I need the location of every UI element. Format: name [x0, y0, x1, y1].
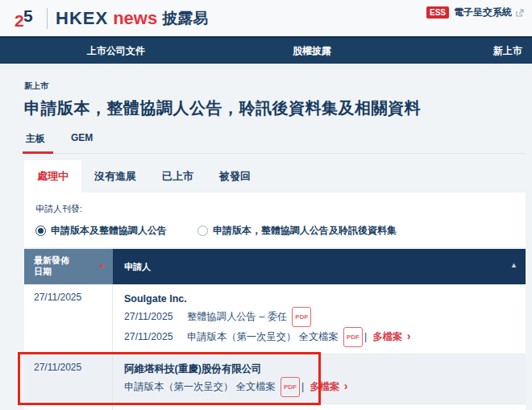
brand-news: news [113, 8, 157, 29]
chevron-right-icon: › [407, 329, 411, 342]
filter-label: 申請人刊發: [35, 203, 514, 215]
column-header-applicant[interactable]: 申請人 ▲ [113, 249, 526, 284]
document-link[interactable]: 申請版本（第一次呈交） 全文檔案 [187, 331, 339, 342]
tab-listed[interactable]: 已上市 [149, 160, 206, 193]
tab-in-progress[interactable]: 處理中 [24, 160, 81, 193]
row-date: 27/11/2025 [24, 284, 113, 354]
multi-files-link[interactable]: 多檔案 › [307, 381, 347, 392]
applications-table: 最新發佈 日期 ▼ 申請人 ▲ 27/11/2025 Soulgate Inc.… [24, 249, 526, 410]
radio-label: 申請版本及整體協調人公告 [51, 224, 167, 238]
ess-label: 電子呈交系統 [454, 6, 512, 19]
column-applicant-label: 申請人 [124, 262, 151, 271]
radio-option-ap-ocann[interactable]: 申請版本及整體協調人公告 [35, 224, 167, 238]
document-link[interactable]: 整體協調人公告 – 委任 [187, 311, 287, 322]
ess-system-link[interactable]: ESS 電子呈交系統 [426, 6, 524, 19]
document-list: 27/11/2025整體協調人公告 – 委任PDF 27/11/2025申請版本… [124, 308, 519, 348]
page-title: 申請版本，整體協調人公告，聆訊後資料集及相關資料 [24, 97, 526, 119]
row-date: 27/11/2025 [24, 404, 113, 410]
nav-listed-company-docs[interactable]: 上市公司文件 [87, 38, 145, 64]
row-applicant-cell: 阿維塔科技(重慶)股份有限公司 申請版本（第一次呈交） 全文檔案PDF| 多檔案… [113, 354, 526, 404]
document-date: 27/11/2025 [124, 329, 187, 346]
radio-label: 申請版本，整體協調人公告及聆訊後資料集 [213, 224, 397, 238]
radio-group: 申請版本及整體協調人公告 申請版本，整體協調人公告及聆訊後資料集 [35, 224, 514, 238]
anniversary-digit: 5 [23, 6, 33, 26]
sort-ascending-icon[interactable]: ▲ [510, 261, 517, 269]
logo-divider [47, 8, 48, 29]
sort-descending-icon[interactable]: ▼ [98, 261, 106, 272]
table-header: 最新發佈 日期 ▼ 申請人 ▲ [24, 249, 526, 284]
table-row[interactable]: 27/11/2025 廣東奧迪威傳感科技股份有限公司 27/11/2025整體協… [24, 404, 526, 410]
table-row[interactable]: 27/11/2025 Soulgate Inc. 27/11/2025整體協調人… [24, 284, 526, 354]
document-link[interactable]: 申請版本（第一次呈交） 全文檔案 [124, 381, 276, 392]
radio-unselected-icon [197, 226, 208, 236]
hkex-logo[interactable]: 2 5 HKEX news 披露易 [15, 6, 208, 31]
applicant-name-link[interactable]: Soulgate Inc. [124, 291, 519, 308]
pdf-badge[interactable]: PDF [292, 307, 311, 327]
separator: | [364, 331, 367, 342]
brand-hkex: HKEX [56, 8, 108, 29]
main-content: 新上市 申請版本，整體協調人公告，聆訊後資料集及相關資料 主板 GEM 處理中 … [0, 64, 532, 410]
nav-new-listings[interactable]: 新上市 [493, 38, 522, 64]
multi-files-label: 多檔案 [370, 331, 405, 342]
site-header: 2 5 HKEX news 披露易 ESS 電子呈交系統 [0, 0, 532, 36]
tab-gem[interactable]: GEM [69, 132, 94, 153]
document-list: 申請版本（第一次呈交） 全文檔案PDF| 多檔案 › [124, 378, 519, 398]
radio-option-ap-ocann-phip[interactable]: 申請版本，整體協調人公告及聆訊後資料集 [197, 224, 397, 238]
separator: | [301, 381, 304, 392]
status-tabs: 處理中 沒有進展 已上市 被發回 [24, 160, 526, 193]
board-tabs: 主板 GEM [24, 132, 526, 154]
nav-disclosure-of-interests[interactable]: 股權披露 [293, 38, 331, 64]
row-applicant-cell: Soulgate Inc. 27/11/2025整體協調人公告 – 委任PDF … [113, 284, 526, 354]
document-entry: 27/11/2025整體協調人公告 – 委任PDF [124, 308, 519, 328]
document-entry: 27/11/2025申請版本（第一次呈交） 全文檔案PDF| 多檔案 › [124, 328, 519, 348]
column-date-label: 日期 [34, 267, 52, 276]
filter-panel: 申請人刊發: 申請版本及整體協調人公告 申請版本，整體協調人公告及聆訊後資料集 [24, 193, 526, 247]
table-body: 27/11/2025 Soulgate Inc. 27/11/2025整體協調人… [24, 284, 526, 410]
multi-files-label: 多檔案 [307, 381, 343, 392]
column-date-label: 最新發佈 [34, 255, 69, 265]
row-applicant-cell: 廣東奧迪威傳感科技股份有限公司 27/11/2025整體協調人公告 – 委任PD… [113, 404, 526, 410]
25th-anniversary-logo: 2 5 [15, 6, 39, 31]
ess-badge: ESS [426, 6, 449, 19]
tab-main-board[interactable]: 主板 [24, 132, 47, 153]
multi-files-link[interactable]: 多檔案 › [370, 331, 410, 342]
external-link-icon [516, 9, 524, 17]
pdf-badge[interactable]: PDF [343, 327, 363, 347]
applicant-name-link[interactable]: 阿維塔科技(重慶)股份有限公司 [124, 361, 519, 378]
chevron-right-icon: › [344, 379, 348, 392]
breadcrumb[interactable]: 新上市 [24, 64, 526, 92]
main-navbar: 上市公司文件 股權披露 新上市 [0, 36, 532, 64]
pdf-badge[interactable]: PDF [281, 377, 300, 397]
document-date: 27/11/2025 [124, 309, 187, 325]
brand-chinese: 披露易 [162, 8, 208, 29]
document-entry: 申請版本（第一次呈交） 全文檔案PDF| 多檔案 › [124, 378, 519, 398]
tab-returned[interactable]: 被發回 [206, 160, 264, 193]
anniversary-digit: 2 [15, 11, 24, 31]
radio-selected-icon [35, 226, 46, 236]
tab-no-progress[interactable]: 沒有進展 [81, 160, 149, 193]
column-header-date[interactable]: 最新發佈 日期 ▼ [24, 249, 113, 284]
row-date: 27/11/2025 [24, 354, 113, 404]
table-row[interactable]: 27/11/2025 阿維塔科技(重慶)股份有限公司 申請版本（第一次呈交） 全… [24, 354, 526, 404]
